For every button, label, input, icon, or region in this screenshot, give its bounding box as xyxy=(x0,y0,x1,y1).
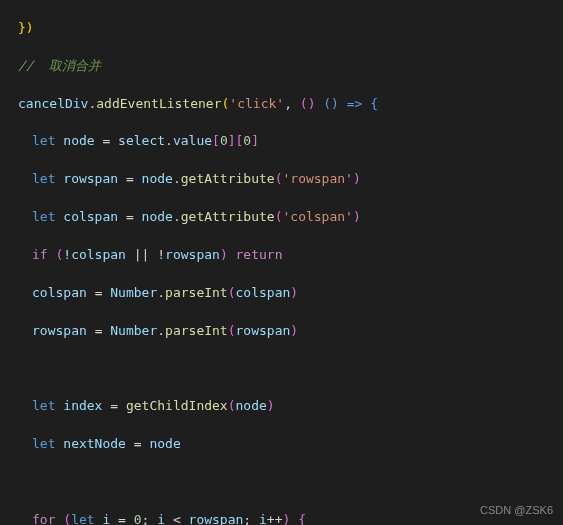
code-line: if (!colspan || !rowspan) return xyxy=(18,246,563,265)
code-line: let nextNode = node xyxy=(18,435,563,454)
code-line: colspan = Number.parseInt(colspan) xyxy=(18,284,563,303)
code-line: let index = getChildIndex(node) xyxy=(18,397,563,416)
watermark: CSDN @ZSK6 xyxy=(480,503,553,519)
code-line: }) xyxy=(18,19,563,38)
code-line xyxy=(18,473,563,492)
code-editor[interactable]: }) // 取消合并 cancelDiv.addEventListener('c… xyxy=(0,0,563,525)
code-line: cancelDiv.addEventListener('click', () (… xyxy=(18,95,563,114)
code-line: let rowspan = node.getAttribute('rowspan… xyxy=(18,170,563,189)
code-line: let node = select.value[0][0] xyxy=(18,132,563,151)
code-line: // 取消合并 xyxy=(18,57,563,76)
code-line xyxy=(18,359,563,378)
code-line: let colspan = node.getAttribute('colspan… xyxy=(18,208,563,227)
code-line: rowspan = Number.parseInt(rowspan) xyxy=(18,322,563,341)
